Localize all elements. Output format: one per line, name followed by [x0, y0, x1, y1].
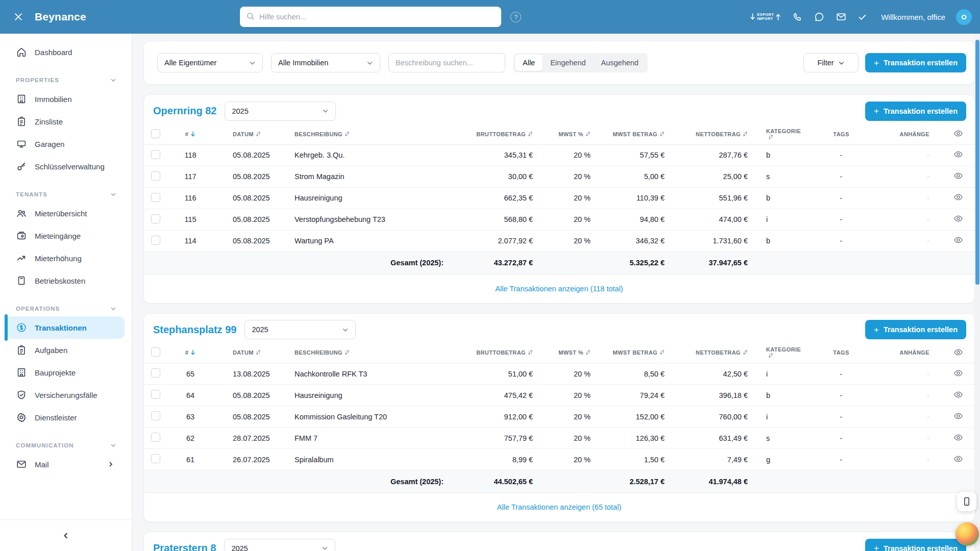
sidebar-item-mieterhoehung[interactable]: Mieterhöhung: [0, 247, 132, 269]
export-import-button[interactable]: EXPORTIMPORT: [749, 13, 781, 21]
help-search-box[interactable]: [240, 7, 501, 27]
view-transaction-icon[interactable]: [953, 368, 963, 378]
sidebar-section-communication[interactable]: COMMUNICATION: [0, 439, 132, 452]
sidebar-item-dienstleister[interactable]: Dienstleister: [0, 406, 132, 429]
sidebar-item-versicherungsfaelle[interactable]: Versicherungsfälle: [0, 384, 132, 406]
sidebar-item-mieteruebersicht[interactable]: Mieterübersicht: [0, 202, 132, 224]
description-search-input[interactable]: [388, 53, 505, 72]
col-header-nettobetrag[interactable]: NETTOBETRAG: [668, 343, 752, 363]
year-select[interactable]: 2025: [244, 320, 356, 339]
sidebar-item-bauprojekte[interactable]: Bauprojekte: [0, 361, 132, 384]
row-checkbox[interactable]: [151, 236, 160, 245]
create-transaction-button[interactable]: + Transaktion erstellen: [865, 53, 966, 72]
sidebar-item-dashboard[interactable]: Dashboard: [0, 41, 132, 63]
column-visibility-icon[interactable]: [941, 124, 975, 144]
check-icon[interactable]: [857, 12, 867, 22]
table-row[interactable]: 6305.08.2025Kommission Gasleitung T20912…: [144, 406, 975, 428]
show-all-transactions-link[interactable]: Alle Transaktionen anzeigen (65 total): [497, 503, 621, 511]
scrollbar-thumb[interactable]: [975, 40, 979, 285]
view-transaction-icon[interactable]: [953, 411, 963, 421]
property-select[interactable]: Alle Immobilien: [271, 53, 380, 72]
sidebar-item-zinsliste[interactable]: Zinsliste: [0, 110, 132, 133]
view-transaction-icon[interactable]: [953, 235, 963, 245]
year-select[interactable]: 2025: [225, 102, 336, 121]
col-header-kategorie[interactable]: KATEGORIE: [752, 124, 808, 144]
avatar[interactable]: O: [956, 9, 972, 25]
row-checkbox[interactable]: [151, 171, 160, 181]
view-transaction-icon[interactable]: [953, 433, 963, 442]
sidebar-item-mail[interactable]: Mail: [0, 453, 132, 475]
table-row[interactable]: 11705.08.2025Strom Magazin30,00 €20 %5,0…: [144, 166, 975, 187]
sidebar-item-transaktionen[interactable]: Transaktionen: [6, 316, 125, 339]
tab-alle[interactable]: Alle: [515, 55, 543, 71]
col-header-datum[interactable]: DATUM: [213, 343, 285, 363]
table-row[interactable]: 6405.08.2025Hausreinigung475,42 €20 %79,…: [144, 385, 975, 406]
create-transaction-button[interactable]: + Transaktion erstellen: [865, 320, 966, 339]
select-all-checkbox[interactable]: [151, 347, 160, 357]
tab-ausgehend[interactable]: Ausgehend: [594, 55, 646, 71]
row-checkbox[interactable]: [151, 368, 160, 378]
col-header-nettobetrag[interactable]: NETTOBETRAG: [668, 124, 752, 144]
sidebar-section-operations[interactable]: OPERATIONS: [0, 302, 132, 315]
sidebar-collapse-button[interactable]: [62, 532, 69, 539]
year-select[interactable]: 2025: [224, 539, 335, 551]
table-row[interactable]: 6126.07.2025Spiralalbum8,99 €20 %1,50 €7…: [144, 449, 975, 470]
column-visibility-icon[interactable]: [941, 343, 975, 363]
col-header-mwst-pct[interactable]: MWST %: [535, 124, 594, 144]
col-header-bruttobetrag[interactable]: BRUTTOBETRAG: [448, 124, 535, 144]
owner-select[interactable]: Alle Eigentümer: [157, 53, 263, 72]
col-header-beschreibung[interactable]: BESCHREIBUNG: [285, 124, 448, 144]
view-transaction-icon[interactable]: [953, 214, 963, 223]
select-all-checkbox[interactable]: [151, 129, 160, 138]
close-menu-icon[interactable]: [13, 12, 23, 22]
chat-icon[interactable]: [814, 11, 825, 22]
sidebar-section-properties[interactable]: PROPERTIES: [0, 73, 132, 87]
col-header-id[interactable]: #: [167, 124, 213, 144]
row-checkbox[interactable]: [151, 214, 160, 223]
show-all-transactions-link[interactable]: Alle Transaktionen anzeigen (118 total): [495, 285, 623, 293]
feedback-widget-button[interactable]: [955, 522, 979, 546]
table-row[interactable]: 11605.08.2025Hausreinigung662,35 €20 %11…: [144, 187, 975, 209]
create-transaction-button[interactable]: + Transaktion erstellen: [865, 539, 966, 551]
col-header-bruttobetrag[interactable]: BRUTTOBETRAG: [448, 343, 535, 363]
col-header-datum[interactable]: DATUM: [213, 124, 285, 144]
mobile-app-button[interactable]: [957, 492, 976, 511]
table-row[interactable]: 11405.08.2025Wartung PA2.077,92 €20 %346…: [144, 230, 975, 252]
sidebar-item-aufgaben[interactable]: Aufgaben: [0, 339, 132, 361]
row-checkbox[interactable]: [151, 433, 160, 442]
row-checkbox[interactable]: [151, 193, 160, 202]
view-transaction-icon[interactable]: [953, 454, 963, 464]
sidebar-item-mieteingaenge[interactable]: Mieteingänge: [0, 224, 132, 247]
view-transaction-icon[interactable]: [953, 390, 963, 399]
table-row[interactable]: 11805.08.2025Kehrgeb. 3.Qu.345,31 €20 %5…: [144, 144, 975, 166]
table-row[interactable]: 6228.07.2025FMM 7757,79 €20 %126,30 €631…: [144, 428, 975, 449]
row-checkbox[interactable]: [151, 454, 160, 463]
filter-button[interactable]: Filter: [803, 53, 859, 72]
col-header-mwst-betrag[interactable]: MWST BETRAG: [594, 343, 668, 363]
sidebar-item-immobilien[interactable]: Immobilien: [0, 88, 132, 110]
table-row[interactable]: 6513.08.2025Nachkontrolle RFK T351,00 €2…: [144, 363, 975, 385]
sidebar-item-betriebskosten[interactable]: Betriebskosten: [0, 269, 132, 292]
col-header-mwst-betrag[interactable]: MWST BETRAG: [594, 124, 668, 144]
row-checkbox[interactable]: [151, 411, 160, 420]
view-transaction-icon[interactable]: [953, 149, 963, 159]
help-icon[interactable]: ?: [510, 12, 521, 22]
tab-eingehend[interactable]: Eingehend: [543, 55, 593, 71]
sidebar-item-garagen[interactable]: Garagen: [0, 133, 132, 155]
mail-icon[interactable]: [836, 11, 847, 22]
scrollbar[interactable]: [975, 34, 980, 551]
view-transaction-icon[interactable]: [953, 171, 963, 181]
col-header-id[interactable]: #: [167, 343, 213, 363]
col-header-mwst-pct[interactable]: MWST %: [535, 343, 594, 363]
row-checkbox[interactable]: [151, 150, 160, 159]
sidebar-section-tenants[interactable]: TENANTS: [0, 188, 132, 201]
table-row[interactable]: 11505.08.2025Verstopfungsbehebung T23568…: [144, 209, 975, 230]
sidebar-item-schluesselverwaltung[interactable]: Schlüsselverwaltung: [0, 155, 132, 178]
row-checkbox[interactable]: [151, 390, 160, 399]
create-transaction-button[interactable]: + Transaktion erstellen: [865, 102, 966, 121]
help-search-input[interactable]: [259, 13, 495, 21]
col-header-beschreibung[interactable]: BESCHREIBUNG: [285, 343, 448, 363]
phone-icon[interactable]: [792, 12, 803, 22]
col-header-kategorie[interactable]: KATEGORIE: [752, 343, 808, 363]
view-transaction-icon[interactable]: [953, 192, 963, 202]
